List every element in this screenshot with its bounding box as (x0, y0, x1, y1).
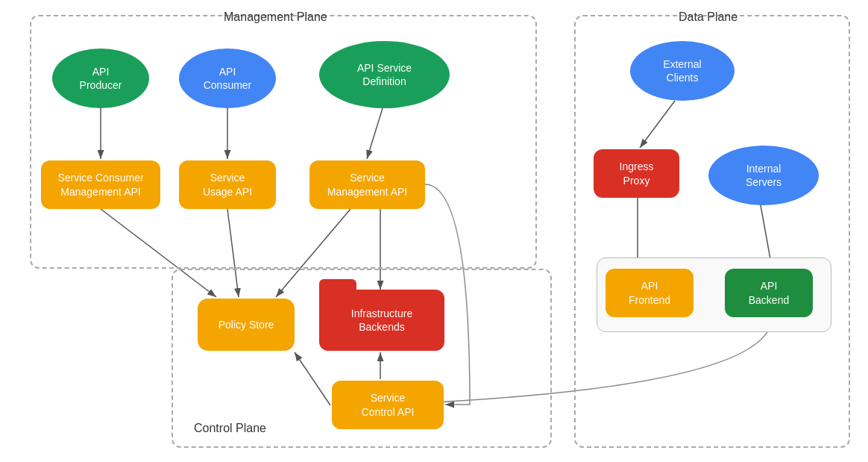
diagram-container: Management Plane Data Plane Control Plan… (0, 0, 868, 462)
api-backend-node: APIBackend (725, 269, 813, 317)
folder-tab (319, 279, 356, 290)
api-frontend-node: APIFrontend (606, 269, 694, 317)
external-clients-node: ExternalClients (630, 41, 735, 101)
service-control-node: ServiceControl API (332, 381, 444, 429)
ingress-proxy-node: IngressProxy (594, 149, 679, 198)
api-service-def-node: API ServiceDefinition (319, 41, 450, 108)
service-mgmt-node: ServiceManagement API (309, 160, 425, 209)
management-plane-label: Management Plane (224, 10, 327, 24)
service-usage-node: ServiceUsage API (179, 160, 276, 209)
infra-backends-node: InfrastructureBackends (319, 290, 444, 351)
control-plane-label: Control Plane (194, 422, 266, 435)
data-plane-label: Data Plane (679, 10, 738, 24)
service-consumer-mgmt-node: Service ConsumerManagement API (41, 160, 160, 209)
internal-servers-node: InternalServers (708, 146, 819, 205)
api-consumer-node: APIConsumer (179, 49, 276, 108)
policy-store-node: Policy Store (198, 299, 295, 351)
api-producer-node: APIProducer (52, 49, 149, 108)
